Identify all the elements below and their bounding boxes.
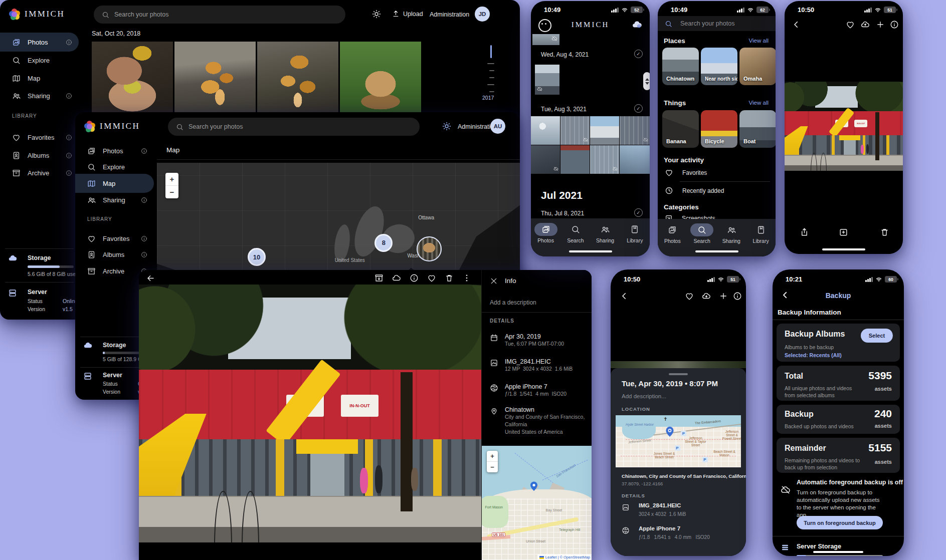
photo-thumbnail-mushroom-2[interactable] <box>174 42 256 115</box>
photo-tile[interactable] <box>560 145 590 174</box>
info-icon[interactable] <box>733 292 742 302</box>
favorite-icon[interactable] <box>685 292 694 302</box>
theme-toggle-icon[interactable] <box>372 10 381 20</box>
photo-tile[interactable] <box>531 145 560 174</box>
search-input[interactable]: Search your photos <box>94 6 345 24</box>
sidebar-item-albums[interactable]: Albums <box>0 146 79 165</box>
location-minimap[interactable]: San Francisco Fort Mason Bay Street Unio… <box>482 446 592 560</box>
search-input[interactable]: Search your photos <box>168 118 420 136</box>
map-zoom-control[interactable]: + − <box>165 173 178 198</box>
immich-flower-icon <box>84 121 95 132</box>
thing-card[interactable]: Boat <box>739 110 776 148</box>
minimap-pin-icon <box>528 480 540 493</box>
place-card[interactable]: Chinatown <box>662 48 699 85</box>
zoom-in-button[interactable]: + <box>165 173 178 186</box>
more-icon[interactable] <box>462 273 471 284</box>
photo-thumbnail-basket[interactable] <box>340 42 421 115</box>
photo-tile[interactable] <box>531 116 560 145</box>
status-icons: 52 <box>611 7 643 13</box>
thing-card[interactable]: Bicycle <box>701 110 737 148</box>
place-card[interactable]: Near north side <box>701 48 737 85</box>
search-input[interactable]: Search your photos <box>658 16 776 31</box>
photo-tile[interactable] <box>535 65 559 95</box>
add-icon[interactable] <box>876 20 885 31</box>
map-photo-marker[interactable] <box>417 236 442 261</box>
description-input[interactable]: Add description... <box>622 393 666 399</box>
photo-in-n-out[interactable]: IN-N-OUT IN-N-OUT <box>139 285 481 542</box>
upload-button[interactable]: Upload <box>392 10 423 18</box>
timeline-scroll-handle[interactable] <box>643 72 650 90</box>
nav-library[interactable]: Library <box>746 223 776 256</box>
photo-in-n-out[interactable]: IN-N-OUT IN-N-OUT <box>785 82 903 171</box>
zoom-out-button[interactable]: − <box>487 462 498 472</box>
turn-on-foreground-backup-button[interactable]: Turn on foreground backup <box>797 516 883 529</box>
user-avatar[interactable]: JD <box>475 7 490 22</box>
map-cluster-10-central[interactable]: 10 <box>248 248 266 266</box>
sheet-drag-handle[interactable] <box>669 373 688 375</box>
places-view-all[interactable]: View all <box>749 38 769 44</box>
sidebar-item-photos[interactable]: Photos <box>0 33 79 52</box>
photo-thumbnail-mushroom-3[interactable] <box>257 42 338 115</box>
sidebar-item-sharing[interactable]: Sharing <box>75 190 154 209</box>
info-panel: Info Add a description DETAILS Apr 30, 2… <box>481 270 592 560</box>
nav-photos[interactable]: Photos <box>531 223 560 256</box>
church-cross-symbol: ✝ <box>663 416 667 422</box>
archive-icon[interactable] <box>839 227 848 238</box>
zoom-in-button[interactable]: + <box>487 451 498 462</box>
photo-strip[interactable] <box>611 361 746 368</box>
upload-label: Upload <box>403 11 423 18</box>
scroll-indicator[interactable] <box>490 45 492 58</box>
info-icon[interactable] <box>410 273 419 284</box>
back-icon[interactable] <box>146 273 155 285</box>
cloud-download-icon[interactable] <box>702 292 711 302</box>
thing-card[interactable]: Banana <box>662 110 699 148</box>
theme-toggle-icon[interactable] <box>442 122 451 132</box>
nav-photos[interactable]: Photos <box>658 223 687 256</box>
select-check-icon[interactable]: ✓ <box>634 208 643 217</box>
back-icon[interactable] <box>792 20 801 31</box>
nav-library[interactable]: Library <box>620 223 650 256</box>
delete-icon[interactable] <box>445 273 454 284</box>
cloud-icon[interactable] <box>392 273 401 284</box>
photos-icon <box>12 38 21 47</box>
delete-icon[interactable] <box>880 227 889 238</box>
back-icon[interactable] <box>620 292 629 302</box>
recently-added-row[interactable]: Recently added <box>665 186 724 195</box>
minimap-zoom-control[interactable]: + − <box>487 451 498 472</box>
info-icon[interactable] <box>890 20 899 31</box>
favorites-row[interactable]: Favorites <box>665 168 707 177</box>
favorite-icon[interactable] <box>427 273 436 284</box>
things-view-all[interactable]: View all <box>749 100 769 106</box>
cloud-upload-icon[interactable] <box>861 20 870 31</box>
photo-tile[interactable] <box>560 116 590 145</box>
sidebar-item-sharing[interactable]: Sharing <box>0 86 79 105</box>
sidebar-item-archive[interactable]: Archive <box>0 163 79 182</box>
photo-tile[interactable] <box>532 34 559 45</box>
description-input[interactable]: Add a description <box>490 299 536 306</box>
backup-cloud-icon[interactable] <box>632 19 643 32</box>
select-check-icon[interactable]: ✓ <box>634 50 643 58</box>
sidebar-item-map[interactable]: Map <box>0 69 79 88</box>
add-icon[interactable] <box>719 292 728 302</box>
photo-tile[interactable] <box>590 116 619 145</box>
photo-tile[interactable] <box>590 145 619 174</box>
archive-icon[interactable] <box>374 273 384 284</box>
server-version-value: v1.5 <box>63 306 73 312</box>
administration-link[interactable]: Administration <box>430 11 469 18</box>
details-sheet[interactable]: Tue, Apr 30, 2019 • 8:07 PM Add descript… <box>611 368 746 556</box>
sidebar-item-favorites[interactable]: Favorites <box>0 128 79 147</box>
location-map[interactable]: P P P ✝ The Embarcadero Jefferson Street… <box>616 415 741 467</box>
status-icons: 51 <box>864 7 896 13</box>
sidebar-item-explore[interactable]: Explore <box>0 51 79 70</box>
user-avatar[interactable]: AU <box>490 119 505 134</box>
select-check-icon[interactable]: ✓ <box>634 104 643 113</box>
photo-thumbnail-mushroom-1[interactable] <box>92 42 173 115</box>
photo-tile[interactable] <box>620 145 650 174</box>
favorite-icon[interactable] <box>846 20 855 31</box>
share-icon[interactable] <box>800 227 809 238</box>
place-card[interactable]: Omaha <box>739 48 776 85</box>
zoom-out-button[interactable]: − <box>165 186 178 198</box>
photo-tile[interactable] <box>620 116 650 145</box>
close-icon[interactable] <box>490 277 498 287</box>
select-button[interactable]: Select <box>861 329 893 343</box>
